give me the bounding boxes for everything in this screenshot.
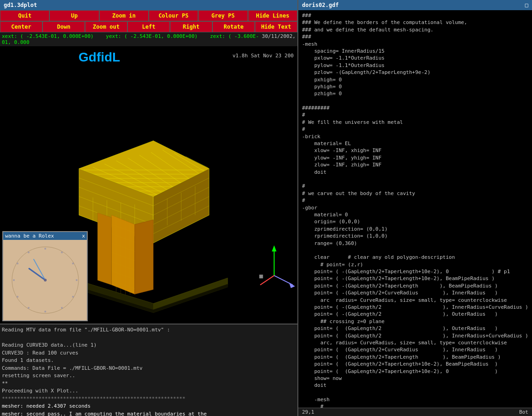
console-line-11: mesher: second pass.. I am computing the… xyxy=(2,410,296,416)
console-line-8: Proceeding with X Plot... xyxy=(2,387,296,395)
svg-point-72 xyxy=(28,251,30,253)
right-panel: doris02.gdf □ ### ### We define the bord… xyxy=(298,0,532,416)
console-area: Reading MTV data from file "./MFILL-GBOR… xyxy=(0,324,297,416)
left-titlebar: gd1.3dplot xyxy=(0,0,297,10)
quit-button[interactable]: Quit xyxy=(0,10,49,21)
gdfidl-label: GdfidL xyxy=(79,50,120,65)
console-line-10: mesher: needed 2.4307 seconds xyxy=(2,403,296,410)
zoom-in-button[interactable]: Zoom in xyxy=(99,10,149,21)
right-button[interactable]: Right xyxy=(170,21,212,32)
svg-point-68 xyxy=(28,307,30,309)
svg-marker-37 xyxy=(135,220,153,294)
date-display: 30/11/2002, xyxy=(262,33,296,39)
hide-lines-button[interactable]: Hide Lines xyxy=(248,10,297,21)
clock-close-btn[interactable]: x xyxy=(82,233,85,239)
version-label: v1.8h Sat Nov 23 200 xyxy=(232,53,293,59)
zoom-out-button[interactable]: Zoom out xyxy=(85,21,127,32)
svg-point-71 xyxy=(17,263,18,264)
colour-ps-button[interactable]: Colour PS xyxy=(149,10,198,21)
right-statusbar: 29,1 Bot xyxy=(298,408,532,416)
right-close-btn[interactable]: □ xyxy=(525,2,528,8)
console-stars-1: ****************************************… xyxy=(2,395,296,403)
console-line-4: Found 1 datasets. xyxy=(2,357,296,365)
console-line-1 xyxy=(2,334,296,342)
svg-point-69 xyxy=(17,296,18,298)
svg-point-66 xyxy=(61,307,63,309)
yext: yext: ( -2.543E-01, 0.000E+00) xyxy=(106,33,198,39)
svg-point-62 xyxy=(61,251,63,253)
svg-marker-38 xyxy=(97,213,111,285)
left-panel: gd1.3dplot Quit Up Zoom in Colour PS Gre… xyxy=(0,0,298,416)
up-button[interactable]: Up xyxy=(49,10,99,21)
svg-rect-58 xyxy=(259,275,263,278)
clock-widget: wanna be a Rolex x xyxy=(2,231,88,321)
coord-left: xext: ( -2.543E-01, 0.000E+00) yext: ( -… xyxy=(2,33,262,45)
down-button[interactable]: Down xyxy=(42,21,85,32)
left-button[interactable]: Left xyxy=(127,21,170,32)
console-line-3: CURVE3D : Read 100 curves xyxy=(2,349,296,357)
svg-point-75 xyxy=(44,279,47,281)
console-line-2: Reading CURVE3D data...(line 1) xyxy=(2,342,296,349)
svg-point-61 xyxy=(44,248,46,250)
console-line-6: resetting screen saver.. xyxy=(2,372,296,380)
center-button[interactable]: Center xyxy=(0,21,42,32)
clock-svg xyxy=(8,243,82,317)
right-titlebar: doris02.gdf □ xyxy=(298,0,532,10)
console-line-7: ** xyxy=(2,380,296,388)
coord-right: 30/11/2002, xyxy=(262,33,296,45)
hide-text-button[interactable]: Hide Text xyxy=(255,21,297,32)
clock-face xyxy=(3,240,87,320)
xext: xext: ( -2.543E-01, 0.000E+00) xyxy=(2,33,94,39)
clock-title: wanna be a Rolex xyxy=(5,233,54,239)
right-title: doris02.gdf xyxy=(302,2,339,8)
svg-point-67 xyxy=(44,311,46,312)
svg-marker-36 xyxy=(111,215,134,294)
svg-point-64 xyxy=(76,279,78,281)
console-line-0: Reading MTV data from file "./MFILL-GBOR… xyxy=(2,326,296,334)
svg-point-70 xyxy=(13,279,15,281)
clock-titlebar: wanna be a Rolex x xyxy=(3,232,87,240)
code-area[interactable]: ### ### We define the borders of the com… xyxy=(298,10,532,408)
status-mode: Bot xyxy=(519,409,528,415)
rotate-button[interactable]: Rotate xyxy=(212,21,255,32)
left-title: gd1.3dplot xyxy=(4,2,37,8)
toolbar-row-2: Center Down Zoom out Left Right Rotate H… xyxy=(0,21,297,32)
svg-point-63 xyxy=(72,263,74,264)
coord-bar: xext: ( -2.543E-01, 0.000E+00) yext: ( -… xyxy=(0,32,297,46)
svg-point-65 xyxy=(72,296,74,298)
status-position: 29,1 xyxy=(302,409,314,415)
console-line-5: Commands: Data File = ./MFILL-GBOR-NO=00… xyxy=(2,365,296,373)
toolbar-row-1: Quit Up Zoom in Colour PS Grey PS Hide L… xyxy=(0,10,297,21)
grey-ps-button[interactable]: Grey PS xyxy=(198,10,248,21)
